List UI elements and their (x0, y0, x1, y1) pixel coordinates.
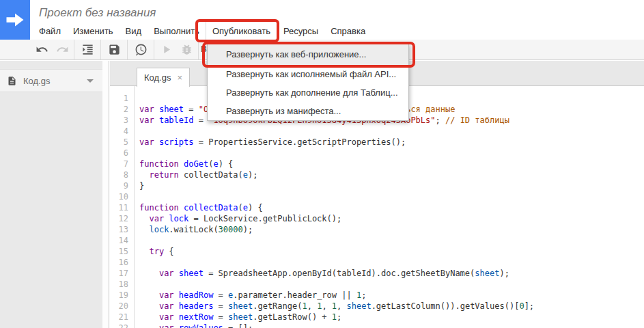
menu-run[interactable]: Выполнить (148, 22, 206, 40)
undo-button[interactable] (31, 40, 52, 59)
toolbar-separator (74, 40, 74, 59)
code-line[interactable] (139, 257, 644, 268)
code-editor[interactable]: 12345678910111213141516171819202122 var … (110, 86, 644, 328)
menu-item-deploy-api-executable[interactable]: Развернуть как исполняемый файл API... (208, 65, 408, 83)
file-name: Код.gs (23, 76, 50, 86)
files-sidebar: Код.gs (0, 61, 109, 328)
redo-icon (56, 43, 69, 56)
header: Проект без названия Файл Изменить Вид Вы… (0, 0, 644, 40)
chevron-down-icon[interactable] (87, 79, 94, 83)
triggers-button[interactable] (129, 40, 152, 59)
code-lines[interactable]: var sheet = "Ответы"; // Лист, в который… (135, 86, 644, 328)
code-line[interactable]: function doGet(e) { (139, 159, 644, 169)
menu-item-deploy-sheets-addon[interactable]: Развернуть как дополнение для Таблиц... (208, 83, 408, 102)
tab-close-icon[interactable]: × (177, 73, 182, 82)
code-line[interactable]: var headers = sheet.getRange(1, 1, 1, sh… (139, 301, 644, 312)
code-line[interactable] (139, 191, 644, 202)
indent-icon (81, 43, 94, 56)
menu-help[interactable]: Справка (324, 22, 372, 40)
code-line[interactable]: var rowValues = []; (139, 323, 644, 328)
publish-dropdown-menu: Развернуть как веб-приложение... Разверн… (207, 43, 409, 121)
function-select[interactable]: Выберите функцию (201, 44, 207, 57)
code-line[interactable] (139, 235, 644, 246)
toolbar-separator (100, 40, 101, 59)
run-button[interactable] (156, 40, 176, 59)
tab-label: Код.gs (144, 72, 171, 83)
sidebar-scrollbar[interactable] (102, 61, 109, 328)
code-line[interactable]: var scripts = PropertiesService.getScrip… (139, 137, 644, 148)
code-line[interactable]: var sheet = SpreadsheetApp.openById(tabl… (139, 268, 644, 279)
toolbar-spacer (0, 40, 31, 59)
menu-edit[interactable]: Изменить (67, 22, 120, 40)
gutter: 12345678910111213141516171819202122 (110, 86, 135, 328)
triggers-clock-icon (135, 43, 148, 56)
code-line[interactable]: } (139, 180, 644, 191)
menu-file[interactable]: Файл (33, 22, 67, 40)
toolbar-separator (198, 40, 199, 59)
debug-bug-icon (180, 43, 193, 56)
redo-button[interactable] (52, 40, 72, 59)
code-line[interactable] (139, 148, 644, 159)
code-line[interactable] (139, 126, 644, 137)
file-icon (7, 76, 17, 86)
sidebar-item-code-gs[interactable]: Код.gs (0, 69, 109, 92)
toolbar-separator (127, 40, 128, 59)
run-play-icon (160, 43, 173, 56)
code-line[interactable]: return collectData(e); (139, 169, 644, 180)
code-line[interactable]: var nextRow = sheet.getLastRow() + 1; (139, 312, 644, 323)
menu-view[interactable]: Вид (120, 22, 148, 40)
code-line[interactable]: lock.waitLock(30000); (139, 224, 644, 235)
menu-item-deploy-from-manifest[interactable]: Развернуть из манифеста... (208, 102, 408, 120)
toolbar-separator (154, 40, 154, 59)
code-line[interactable]: var headRow = e.parameter.header_row || … (139, 290, 644, 301)
save-icon (108, 43, 121, 56)
menu-publish[interactable]: Опубликовать (206, 22, 277, 40)
apps-script-logo (0, 0, 30, 40)
project-title[interactable]: Проект без названия (39, 6, 156, 20)
undo-icon (36, 43, 48, 56)
menu-resources[interactable]: Ресурсы (277, 22, 324, 40)
tab-code-gs[interactable]: Код.gs × (137, 68, 190, 87)
code-line[interactable]: try { (139, 246, 644, 257)
code-line[interactable]: var lock = LockService.getPublicLock(); (139, 213, 644, 224)
arrow-right-icon (5, 10, 25, 30)
code-line[interactable] (139, 279, 644, 290)
indent-button[interactable] (76, 40, 99, 59)
save-button[interactable] (102, 40, 126, 59)
debug-button[interactable] (176, 40, 197, 59)
code-line[interactable]: function collectData(e) { (139, 202, 644, 213)
menu-item-deploy-web-app[interactable]: Развернуть как веб-приложение... (208, 44, 408, 65)
menubar: Файл Изменить Вид Выполнить Опубликовать… (33, 22, 372, 40)
